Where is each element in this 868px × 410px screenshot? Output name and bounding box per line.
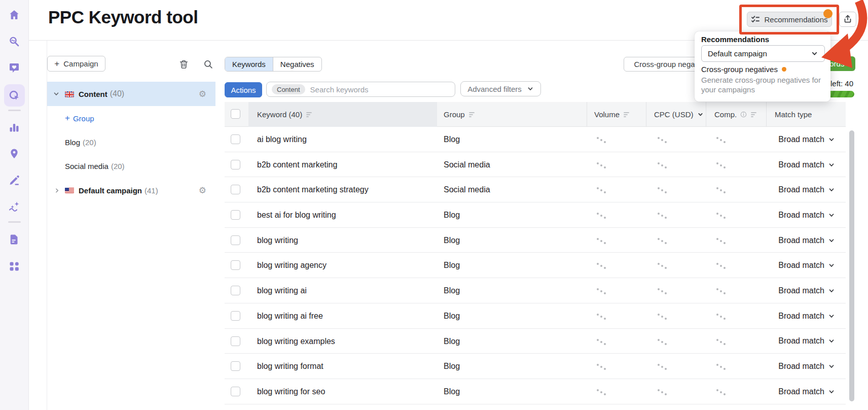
page-title: PPC Keyword tool [48,7,198,27]
tree-item-label: Content [79,90,107,98]
group-cell: Blog [444,127,460,152]
vertical-scrollbar-thumb[interactable] [849,130,854,401]
match-type-select[interactable]: Broad match [778,202,835,228]
row-checkbox[interactable] [231,185,240,194]
tree-item-social-media-group[interactable]: Social media (20) [47,158,215,174]
export-button[interactable] [839,12,856,27]
loading-dots-icon [716,213,728,219]
sidebar-item-trends-sparkles-icon[interactable] [7,199,22,214]
delete-icon[interactable] [178,58,189,70]
tab-negatives[interactable]: Negatives [273,57,321,71]
tree-item-blog-group[interactable]: Blog (20) [47,134,215,150]
tree-item-count: (40) [110,89,124,98]
match-type-select[interactable]: Broad match [778,379,835,404]
match-type-select[interactable]: Broad match [778,329,835,354]
recommendations-button-label: Recommendations [764,15,827,24]
row-checkbox[interactable] [231,134,240,144]
group-cell: Blog [444,354,460,379]
tree-item-default-campaign[interactable]: Default campaign (41) ⚙ [47,183,215,198]
advanced-filters-button[interactable]: Advanced filters [460,81,541,96]
sidebar-item-reports-document-icon[interactable] [7,232,22,247]
row-checkbox[interactable] [231,387,240,396]
column-header-keyword[interactable]: Keyword (40) [257,102,313,127]
loading-dots-icon [658,339,669,345]
match-type-value: Broad match [778,336,824,346]
match-type-select[interactable]: Broad match [778,127,835,152]
tab-keywords[interactable]: Keywords [225,57,273,71]
row-checkbox[interactable] [231,286,240,295]
table-row: blog writing aiBlogBroad match [225,278,846,303]
keyword-cell: blog writing ai free [257,303,323,329]
match-type-value: Broad match [778,135,824,144]
group-cell: Social media [444,177,490,202]
match-type-select[interactable]: Broad match [778,177,835,202]
match-type-value: Broad match [778,387,824,396]
match-type-value: Broad match [778,312,824,321]
row-checkbox[interactable] [231,361,240,371]
loading-dots-icon [597,288,608,294]
sidebar-item-home-icon[interactable] [7,7,22,22]
gear-icon[interactable]: ⚙ [199,90,206,98]
filter-chip-content[interactable]: Content [272,84,305,94]
tree-item-count: (41) [144,186,158,195]
column-header-volume[interactable]: Volume [594,102,631,127]
chevron-right-icon[interactable] [54,187,60,194]
loading-dots-icon [658,238,669,244]
table-row: b2b content marketing strategySocial med… [225,177,846,202]
chevron-down-icon [828,136,835,143]
loading-dots-icon [658,364,669,370]
chevron-down-icon[interactable] [53,90,60,97]
row-checkbox[interactable] [231,260,240,270]
match-type-value: Broad match [778,185,824,194]
match-type-select[interactable]: Broad match [778,228,835,253]
match-type-select[interactable]: Broad match [778,303,835,329]
sidebar-item-analytics-bars-icon[interactable] [7,120,22,135]
table-row: b2b content marketingSocial mediaBroad m… [225,152,846,178]
search-placeholder: Search keywords [310,85,369,94]
match-type-select[interactable]: Broad match [778,152,835,178]
select-all-checkbox[interactable] [231,109,240,119]
recommendations-button[interactable]: Recommendations [747,12,832,27]
row-checkbox[interactable] [231,160,240,169]
sidebar-item-content-pencil-icon[interactable] [7,173,22,188]
row-checkbox[interactable] [231,311,240,321]
match-type-value: Broad match [778,362,824,371]
tree-item-label: Blog [65,138,80,147]
chevron-down-icon [811,50,818,57]
plus-icon: + [54,59,59,69]
row-checkbox[interactable] [231,210,240,220]
sidebar-item-local-pin-icon[interactable] [7,146,22,161]
chevron-down-icon [527,85,534,92]
notification-dot [823,9,833,18]
match-type-select[interactable]: Broad match [778,278,835,303]
sidebar-item-apps-grid-icon[interactable] [7,259,22,274]
cross-group-negatives-menu-item[interactable]: Cross-group negatives [701,65,786,74]
row-checkbox[interactable] [231,336,240,346]
campaign-select[interactable]: Default campaign [701,45,825,62]
group-cell: Blog [444,303,460,329]
table-row: blog writing agencyBlogBroad match [225,253,846,278]
row-checkbox[interactable] [231,235,240,245]
match-type-value: Broad match [778,286,824,295]
match-type-select[interactable]: Broad match [778,253,835,278]
sidebar-item-seo-research-icon[interactable] [7,34,22,49]
tree-item-content-campaign[interactable]: Content (40) ⚙ [47,82,215,106]
search-tree-icon[interactable] [202,58,213,70]
add-campaign-button[interactable]: + Campaign [47,56,105,72]
search-keywords-input[interactable]: Content Search keywords [266,82,455,97]
loading-dots-icon [597,263,608,269]
campaign-select-value: Default campaign [708,49,767,58]
add-campaign-label: Campaign [63,59,98,68]
match-type-select[interactable]: Broad match [778,354,835,379]
actions-button[interactable]: Actions [225,82,262,97]
column-header-group[interactable]: Group [444,102,476,127]
column-header-cpc[interactable]: CPC (USD) [654,102,704,127]
chevron-down-icon [828,212,835,219]
column-header-competition[interactable]: Comp. [714,102,758,127]
tree-item-count: (20) [83,138,96,147]
add-group-button[interactable]: + Group [65,113,94,123]
gear-icon[interactable]: ⚙ [199,186,206,195]
sidebar-item-social-heart-icon[interactable] [7,60,22,76]
sidebar-item-ppc-advertising-icon[interactable] [7,88,22,103]
keywords-negatives-tabs: Keywords Negatives [225,57,322,72]
